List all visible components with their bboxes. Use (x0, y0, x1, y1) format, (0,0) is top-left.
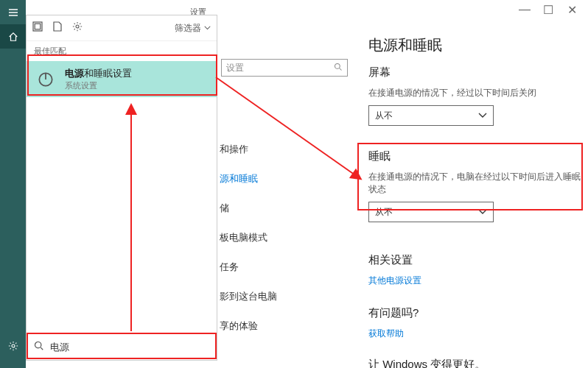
svg-line-9 (41, 347, 43, 350)
search-toolbar: 筛选器 (27, 15, 217, 41)
nav-item[interactable]: 板电脑模式 (220, 231, 277, 244)
screen-desc: 在接通电源的情况下，经过以下时间后关闭 (368, 87, 582, 99)
svg-point-5 (76, 25, 79, 28)
settings-content: 电源和睡眠 屏幕 在接通电源的情况下，经过以下时间后关闭 从不 睡眠 在接通电源… (368, 35, 582, 368)
gear-icon[interactable] (72, 21, 83, 35)
search-icon (34, 341, 44, 354)
screen-timeout-select[interactable]: 从不 (368, 105, 494, 126)
get-help-link[interactable]: 获取帮助 (368, 328, 582, 340)
nav-item[interactable]: 享的体验 (220, 319, 277, 333)
documents-icon[interactable] (53, 21, 62, 35)
result-subtitle: 系统设置 (65, 80, 132, 91)
taskbar (0, 0, 26, 368)
nav-item-power-sleep[interactable]: 源和睡眠 (220, 172, 277, 185)
screen-timeout-value: 从不 (375, 110, 393, 122)
chevron-down-icon (478, 207, 487, 217)
settings-search-input[interactable]: 设置 (221, 59, 348, 77)
sleep-desc: 在接通电源的情况下，电脑在经过以下时间后进入睡眠状态 (368, 171, 582, 196)
sleep-timeout-value: 从不 (375, 206, 393, 219)
nav-item[interactable]: 任务 (220, 261, 277, 274)
sleep-timeout-select[interactable]: 从不 (368, 202, 494, 222)
minimize-button[interactable]: — (513, 1, 536, 18)
taskbar-settings-button[interactable] (0, 333, 26, 358)
settings-search-placeholder: 设置 (226, 62, 244, 74)
page-title: 电源和睡眠 (368, 35, 582, 55)
home-button[interactable] (0, 24, 26, 49)
svg-point-0 (335, 63, 340, 68)
screen-heading: 屏幕 (368, 66, 582, 79)
search-box[interactable] (27, 333, 217, 360)
related-heading: 相关设置 (368, 253, 582, 267)
svg-point-2 (11, 344, 14, 347)
best-match-label: 最佳匹配 (27, 41, 217, 61)
search-panel: 筛选器 最佳匹配 电源和睡眠设置 系统设置 (26, 15, 217, 361)
svg-point-8 (35, 342, 41, 347)
apps-icon[interactable] (32, 21, 43, 35)
nav-item[interactable]: 影到这台电脑 (220, 290, 277, 303)
sleep-heading: 睡眠 (368, 149, 582, 163)
result-power-sleep[interactable]: 电源和睡眠设置 系统设置 (27, 61, 217, 97)
search-input[interactable] (50, 342, 209, 353)
window-controls: — ☐ ✕ (513, 1, 584, 18)
power-icon (35, 69, 56, 90)
filter-button[interactable]: 筛选器 (175, 22, 211, 35)
nav-item[interactable]: 和操作 (220, 143, 277, 156)
svg-rect-4 (35, 24, 41, 29)
hamburger-button[interactable] (0, 0, 26, 24)
svg-line-1 (340, 68, 342, 70)
other-power-settings-link[interactable]: 其他电源设置 (368, 275, 582, 287)
result-title: 电源和睡眠设置 (65, 67, 132, 80)
chevron-down-icon (478, 110, 487, 121)
nav-item[interactable]: 储 (220, 202, 277, 215)
filter-label: 筛选器 (175, 22, 201, 35)
better-heading: 让 Windows 变得更好。 (368, 358, 582, 368)
search-icon (334, 63, 343, 74)
question-heading: 有问题吗? (368, 306, 582, 320)
settings-nav: 和操作 源和睡眠 储 板电脑模式 任务 影到这台电脑 享的体验 (220, 143, 277, 333)
close-button[interactable]: ✕ (560, 1, 584, 18)
maximize-button[interactable]: ☐ (536, 1, 560, 18)
